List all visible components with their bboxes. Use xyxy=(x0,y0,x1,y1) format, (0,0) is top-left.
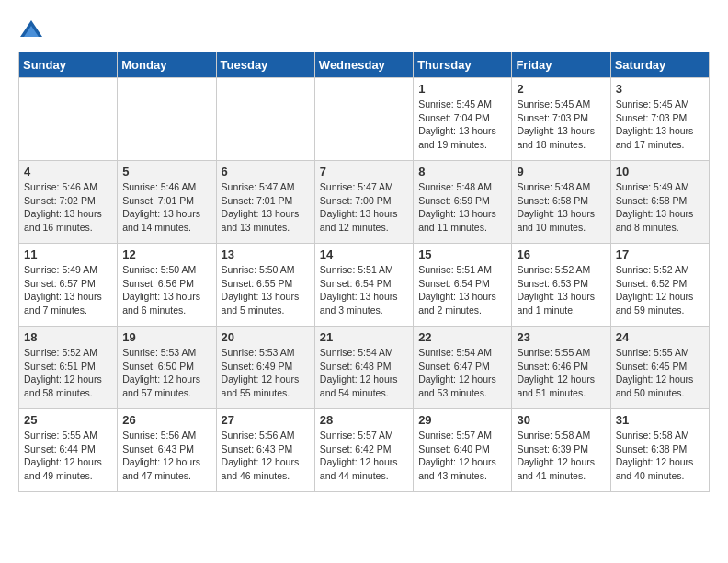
calendar-cell: 28Sunrise: 5:57 AM Sunset: 6:42 PM Dayli… xyxy=(314,409,413,492)
day-info: Sunrise: 5:46 AM Sunset: 7:02 PM Dayligh… xyxy=(24,180,112,235)
day-number: 23 xyxy=(517,330,605,344)
day-info: Sunrise: 5:55 AM Sunset: 6:45 PM Dayligh… xyxy=(616,346,704,400)
day-info: Sunrise: 5:48 AM Sunset: 6:59 PM Dayligh… xyxy=(418,180,506,235)
calendar-cell: 26Sunrise: 5:56 AM Sunset: 6:43 PM Dayli… xyxy=(118,409,216,492)
day-number: 5 xyxy=(122,165,210,178)
calendar-week-row: 18Sunrise: 5:52 AM Sunset: 6:51 PM Dayli… xyxy=(19,327,710,409)
calendar-cell: 14Sunrise: 5:51 AM Sunset: 6:54 PM Dayli… xyxy=(314,244,413,327)
calendar-cell: 20Sunrise: 5:53 AM Sunset: 6:49 PM Dayli… xyxy=(216,327,314,409)
day-info: Sunrise: 5:47 AM Sunset: 7:01 PM Dayligh… xyxy=(222,180,310,235)
header-day-saturday: Saturday xyxy=(610,52,709,78)
day-number: 12 xyxy=(122,247,210,261)
calendar-table: SundayMondayTuesdayWednesdayThursdayFrid… xyxy=(18,52,710,492)
day-number: 22 xyxy=(418,330,506,344)
day-number: 3 xyxy=(616,82,704,96)
day-number: 13 xyxy=(222,247,310,261)
day-number: 11 xyxy=(24,247,112,261)
day-info: Sunrise: 5:58 AM Sunset: 6:38 PM Dayligh… xyxy=(616,429,704,483)
day-number: 9 xyxy=(517,165,605,178)
day-number: 27 xyxy=(222,413,310,427)
calendar-cell: 23Sunrise: 5:55 AM Sunset: 6:46 PM Dayli… xyxy=(512,327,610,409)
day-number: 19 xyxy=(122,330,210,344)
day-info: Sunrise: 5:53 AM Sunset: 6:49 PM Dayligh… xyxy=(222,346,310,400)
calendar-cell: 15Sunrise: 5:51 AM Sunset: 6:54 PM Dayli… xyxy=(414,244,512,327)
day-number: 1 xyxy=(418,82,506,96)
calendar-cell: 11Sunrise: 5:49 AM Sunset: 6:57 PM Dayli… xyxy=(19,244,118,327)
header-day-monday: Monday xyxy=(118,52,216,78)
calendar-cell: 31Sunrise: 5:58 AM Sunset: 6:38 PM Dayli… xyxy=(610,409,709,492)
day-info: Sunrise: 5:51 AM Sunset: 6:54 PM Dayligh… xyxy=(418,263,506,317)
calendar-cell: 30Sunrise: 5:58 AM Sunset: 6:39 PM Dayli… xyxy=(512,409,610,492)
day-info: Sunrise: 5:55 AM Sunset: 6:44 PM Dayligh… xyxy=(24,429,112,483)
day-info: Sunrise: 5:46 AM Sunset: 7:01 PM Dayligh… xyxy=(122,180,210,235)
day-info: Sunrise: 5:52 AM Sunset: 6:51 PM Dayligh… xyxy=(24,346,112,400)
day-number: 24 xyxy=(616,330,704,344)
day-info: Sunrise: 5:49 AM Sunset: 6:57 PM Dayligh… xyxy=(24,263,112,317)
day-number: 20 xyxy=(222,330,310,344)
header-day-sunday: Sunday xyxy=(19,52,118,78)
day-number: 31 xyxy=(616,413,704,427)
calendar-cell xyxy=(216,78,314,161)
calendar-cell: 9Sunrise: 5:48 AM Sunset: 6:58 PM Daylig… xyxy=(512,161,610,244)
day-number: 29 xyxy=(418,413,506,427)
day-info: Sunrise: 5:56 AM Sunset: 6:43 PM Dayligh… xyxy=(222,429,310,483)
calendar-cell: 8Sunrise: 5:48 AM Sunset: 6:59 PM Daylig… xyxy=(414,161,512,244)
calendar-cell: 10Sunrise: 5:49 AM Sunset: 6:58 PM Dayli… xyxy=(610,161,709,244)
calendar-cell: 21Sunrise: 5:54 AM Sunset: 6:48 PM Dayli… xyxy=(314,327,413,409)
calendar-cell: 27Sunrise: 5:56 AM Sunset: 6:43 PM Dayli… xyxy=(216,409,314,492)
calendar-cell: 3Sunrise: 5:45 AM Sunset: 7:03 PM Daylig… xyxy=(610,78,709,161)
day-info: Sunrise: 5:48 AM Sunset: 6:58 PM Dayligh… xyxy=(517,180,605,235)
logo-icon xyxy=(18,18,44,44)
day-info: Sunrise: 5:56 AM Sunset: 6:43 PM Dayligh… xyxy=(122,429,210,483)
calendar-cell: 1Sunrise: 5:45 AM Sunset: 7:04 PM Daylig… xyxy=(414,78,512,161)
calendar-cell: 25Sunrise: 5:55 AM Sunset: 6:44 PM Dayli… xyxy=(19,409,118,492)
calendar-cell: 12Sunrise: 5:50 AM Sunset: 6:56 PM Dayli… xyxy=(118,244,216,327)
day-info: Sunrise: 5:51 AM Sunset: 6:54 PM Dayligh… xyxy=(320,263,408,317)
day-number: 30 xyxy=(517,413,605,427)
day-number: 16 xyxy=(517,247,605,261)
page-header xyxy=(18,18,710,44)
day-number: 28 xyxy=(320,413,408,427)
day-info: Sunrise: 5:54 AM Sunset: 6:47 PM Dayligh… xyxy=(418,346,506,400)
calendar-cell: 2Sunrise: 5:45 AM Sunset: 7:03 PM Daylig… xyxy=(512,78,610,161)
day-number: 14 xyxy=(320,247,408,261)
day-info: Sunrise: 5:58 AM Sunset: 6:39 PM Dayligh… xyxy=(517,429,605,483)
day-info: Sunrise: 5:45 AM Sunset: 7:03 PM Dayligh… xyxy=(616,98,704,152)
calendar-cell xyxy=(19,78,118,161)
day-info: Sunrise: 5:52 AM Sunset: 6:52 PM Dayligh… xyxy=(616,263,704,317)
calendar-cell: 17Sunrise: 5:52 AM Sunset: 6:52 PM Dayli… xyxy=(610,244,709,327)
header-day-friday: Friday xyxy=(512,52,610,78)
day-number: 17 xyxy=(616,247,704,261)
header-day-tuesday: Tuesday xyxy=(216,52,314,78)
calendar-cell: 7Sunrise: 5:47 AM Sunset: 7:00 PM Daylig… xyxy=(314,161,413,244)
day-number: 18 xyxy=(24,330,112,344)
day-info: Sunrise: 5:53 AM Sunset: 6:50 PM Dayligh… xyxy=(122,346,210,400)
calendar-cell: 4Sunrise: 5:46 AM Sunset: 7:02 PM Daylig… xyxy=(19,161,118,244)
calendar-cell: 5Sunrise: 5:46 AM Sunset: 7:01 PM Daylig… xyxy=(118,161,216,244)
day-number: 2 xyxy=(517,82,605,96)
calendar-week-row: 1Sunrise: 5:45 AM Sunset: 7:04 PM Daylig… xyxy=(19,78,710,161)
day-info: Sunrise: 5:54 AM Sunset: 6:48 PM Dayligh… xyxy=(320,346,408,400)
day-info: Sunrise: 5:47 AM Sunset: 7:00 PM Dayligh… xyxy=(320,180,408,235)
calendar-cell: 16Sunrise: 5:52 AM Sunset: 6:53 PM Dayli… xyxy=(512,244,610,327)
calendar-week-row: 25Sunrise: 5:55 AM Sunset: 6:44 PM Dayli… xyxy=(19,409,710,492)
day-info: Sunrise: 5:57 AM Sunset: 6:40 PM Dayligh… xyxy=(418,429,506,483)
calendar-cell: 19Sunrise: 5:53 AM Sunset: 6:50 PM Dayli… xyxy=(118,327,216,409)
day-info: Sunrise: 5:49 AM Sunset: 6:58 PM Dayligh… xyxy=(616,180,704,235)
calendar-cell: 6Sunrise: 5:47 AM Sunset: 7:01 PM Daylig… xyxy=(216,161,314,244)
calendar-cell xyxy=(118,78,216,161)
calendar-cell: 18Sunrise: 5:52 AM Sunset: 6:51 PM Dayli… xyxy=(19,327,118,409)
day-info: Sunrise: 5:52 AM Sunset: 6:53 PM Dayligh… xyxy=(517,263,605,317)
calendar-cell xyxy=(314,78,413,161)
header-day-wednesday: Wednesday xyxy=(314,52,413,78)
logo xyxy=(18,18,48,44)
calendar-cell: 24Sunrise: 5:55 AM Sunset: 6:45 PM Dayli… xyxy=(610,327,709,409)
day-number: 25 xyxy=(24,413,112,427)
calendar-cell: 22Sunrise: 5:54 AM Sunset: 6:47 PM Dayli… xyxy=(414,327,512,409)
day-number: 7 xyxy=(320,165,408,178)
day-number: 6 xyxy=(222,165,310,178)
day-info: Sunrise: 5:45 AM Sunset: 7:04 PM Dayligh… xyxy=(418,98,506,152)
header-day-thursday: Thursday xyxy=(414,52,512,78)
day-info: Sunrise: 5:50 AM Sunset: 6:55 PM Dayligh… xyxy=(222,263,310,317)
day-info: Sunrise: 5:57 AM Sunset: 6:42 PM Dayligh… xyxy=(320,429,408,483)
